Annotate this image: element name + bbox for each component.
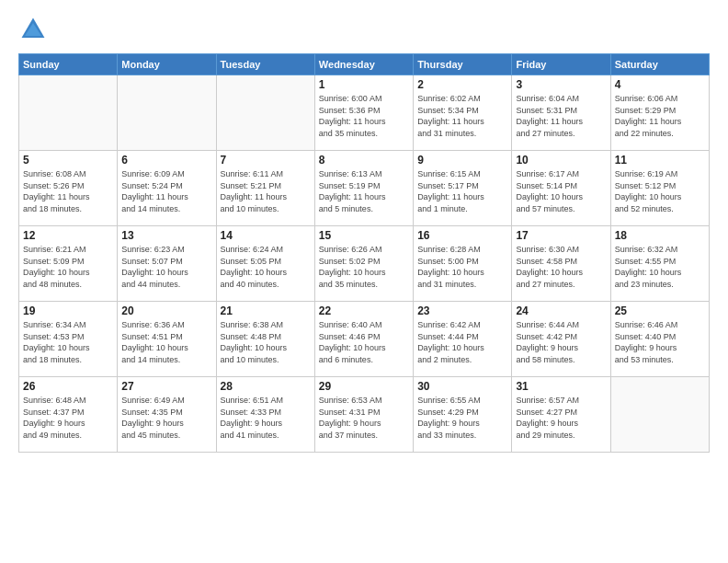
day-number: 15: [319, 229, 409, 242]
day-number: 29: [319, 380, 409, 393]
day-info: Sunrise: 6:17 AM Sunset: 5:14 PM Dayligh…: [516, 168, 606, 214]
day-info: Sunrise: 6:49 AM Sunset: 4:35 PM Dayligh…: [121, 395, 211, 441]
day-info: Sunrise: 6:02 AM Sunset: 5:34 PM Dayligh…: [417, 93, 507, 139]
weekday-header-sunday: Sunday: [19, 54, 118, 75]
day-number: 5: [23, 154, 113, 167]
page: SundayMondayTuesdayWednesdayThursdayFrid…: [0, 0, 728, 563]
day-cell: 17Sunrise: 6:30 AM Sunset: 4:58 PM Dayli…: [512, 226, 610, 302]
day-cell: [19, 75, 118, 151]
header: [18, 15, 710, 44]
day-number: 27: [121, 380, 211, 393]
day-cell: 9Sunrise: 6:15 AM Sunset: 5:17 PM Daylig…: [414, 151, 512, 226]
day-number: 19: [23, 304, 113, 317]
day-number: 25: [615, 304, 705, 317]
day-cell: 5Sunrise: 6:08 AM Sunset: 5:26 PM Daylig…: [19, 151, 118, 226]
day-cell: 24Sunrise: 6:44 AM Sunset: 4:42 PM Dayli…: [512, 302, 610, 377]
weekday-header-friday: Friday: [512, 54, 610, 75]
day-cell: 27Sunrise: 6:49 AM Sunset: 4:35 PM Dayli…: [118, 377, 216, 453]
day-info: Sunrise: 6:40 AM Sunset: 4:46 PM Dayligh…: [319, 319, 409, 365]
day-cell: 29Sunrise: 6:53 AM Sunset: 4:31 PM Dayli…: [314, 377, 413, 453]
weekday-header-wednesday: Wednesday: [314, 54, 413, 75]
day-cell: 20Sunrise: 6:36 AM Sunset: 4:51 PM Dayli…: [118, 302, 216, 377]
day-number: 18: [615, 229, 705, 242]
day-info: Sunrise: 6:32 AM Sunset: 4:55 PM Dayligh…: [615, 244, 705, 290]
day-number: 21: [221, 304, 311, 317]
day-number: 23: [417, 304, 507, 317]
day-number: 8: [319, 154, 409, 167]
day-info: Sunrise: 6:26 AM Sunset: 5:02 PM Dayligh…: [319, 244, 409, 290]
day-cell: 16Sunrise: 6:28 AM Sunset: 5:00 PM Dayli…: [414, 226, 512, 302]
day-cell: 19Sunrise: 6:34 AM Sunset: 4:53 PM Dayli…: [19, 302, 118, 377]
day-number: 28: [221, 380, 311, 393]
weekday-header-saturday: Saturday: [610, 54, 709, 75]
day-info: Sunrise: 6:42 AM Sunset: 4:44 PM Dayligh…: [417, 319, 507, 365]
week-row-3: 12Sunrise: 6:21 AM Sunset: 5:09 PM Dayli…: [19, 226, 710, 302]
day-number: 24: [516, 304, 606, 317]
day-cell: [610, 377, 709, 453]
day-info: Sunrise: 6:23 AM Sunset: 5:07 PM Dayligh…: [121, 244, 211, 290]
day-info: Sunrise: 6:46 AM Sunset: 4:40 PM Dayligh…: [615, 319, 705, 365]
day-info: Sunrise: 6:53 AM Sunset: 4:31 PM Dayligh…: [319, 395, 409, 441]
day-info: Sunrise: 6:36 AM Sunset: 4:51 PM Dayligh…: [121, 319, 211, 365]
week-row-4: 19Sunrise: 6:34 AM Sunset: 4:53 PM Dayli…: [19, 302, 710, 377]
day-cell: 11Sunrise: 6:19 AM Sunset: 5:12 PM Dayli…: [610, 151, 709, 226]
day-number: 11: [615, 154, 705, 167]
day-info: Sunrise: 6:08 AM Sunset: 5:26 PM Dayligh…: [23, 168, 113, 214]
day-cell: 10Sunrise: 6:17 AM Sunset: 5:14 PM Dayli…: [512, 151, 610, 226]
day-info: Sunrise: 6:04 AM Sunset: 5:31 PM Dayligh…: [516, 93, 606, 139]
day-number: 13: [121, 229, 211, 242]
day-cell: 2Sunrise: 6:02 AM Sunset: 5:34 PM Daylig…: [414, 75, 512, 151]
weekday-header-tuesday: Tuesday: [216, 54, 314, 75]
day-number: 12: [23, 229, 113, 242]
week-row-1: 1Sunrise: 6:00 AM Sunset: 5:36 PM Daylig…: [19, 75, 710, 151]
day-number: 10: [516, 154, 606, 167]
day-info: Sunrise: 6:55 AM Sunset: 4:29 PM Dayligh…: [417, 395, 507, 441]
day-number: 20: [121, 304, 211, 317]
week-row-5: 26Sunrise: 6:48 AM Sunset: 4:37 PM Dayli…: [19, 377, 710, 453]
day-cell: 1Sunrise: 6:00 AM Sunset: 5:36 PM Daylig…: [314, 75, 413, 151]
day-info: Sunrise: 6:09 AM Sunset: 5:24 PM Dayligh…: [121, 168, 211, 214]
logo-icon: [18, 15, 48, 44]
day-info: Sunrise: 6:34 AM Sunset: 4:53 PM Dayligh…: [23, 319, 113, 365]
day-cell: 28Sunrise: 6:51 AM Sunset: 4:33 PM Dayli…: [216, 377, 314, 453]
day-cell: 7Sunrise: 6:11 AM Sunset: 5:21 PM Daylig…: [216, 151, 314, 226]
day-info: Sunrise: 6:44 AM Sunset: 4:42 PM Dayligh…: [516, 319, 606, 365]
day-info: Sunrise: 6:38 AM Sunset: 4:48 PM Dayligh…: [221, 319, 311, 365]
weekday-header-thursday: Thursday: [414, 54, 512, 75]
day-cell: 21Sunrise: 6:38 AM Sunset: 4:48 PM Dayli…: [216, 302, 314, 377]
day-info: Sunrise: 6:57 AM Sunset: 4:27 PM Dayligh…: [516, 395, 606, 441]
day-number: 3: [516, 78, 606, 91]
day-number: 14: [221, 229, 311, 242]
day-number: 26: [23, 380, 113, 393]
weekday-header-monday: Monday: [118, 54, 216, 75]
day-cell: 4Sunrise: 6:06 AM Sunset: 5:29 PM Daylig…: [610, 75, 709, 151]
day-number: 16: [417, 229, 507, 242]
day-cell: 13Sunrise: 6:23 AM Sunset: 5:07 PM Dayli…: [118, 226, 216, 302]
logo: [18, 15, 51, 44]
day-cell: 31Sunrise: 6:57 AM Sunset: 4:27 PM Dayli…: [512, 377, 610, 453]
day-info: Sunrise: 6:19 AM Sunset: 5:12 PM Dayligh…: [615, 168, 705, 214]
day-cell: [216, 75, 314, 151]
day-info: Sunrise: 6:28 AM Sunset: 5:00 PM Dayligh…: [417, 244, 507, 290]
day-cell: [118, 75, 216, 151]
day-cell: 18Sunrise: 6:32 AM Sunset: 4:55 PM Dayli…: [610, 226, 709, 302]
day-info: Sunrise: 6:15 AM Sunset: 5:17 PM Dayligh…: [417, 168, 507, 214]
day-cell: 15Sunrise: 6:26 AM Sunset: 5:02 PM Dayli…: [314, 226, 413, 302]
week-row-2: 5Sunrise: 6:08 AM Sunset: 5:26 PM Daylig…: [19, 151, 710, 226]
day-info: Sunrise: 6:11 AM Sunset: 5:21 PM Dayligh…: [221, 168, 311, 214]
day-info: Sunrise: 6:21 AM Sunset: 5:09 PM Dayligh…: [23, 244, 113, 290]
day-number: 7: [221, 154, 311, 167]
day-cell: 22Sunrise: 6:40 AM Sunset: 4:46 PM Dayli…: [314, 302, 413, 377]
day-number: 1: [319, 78, 409, 91]
day-number: 17: [516, 229, 606, 242]
day-number: 4: [615, 78, 705, 91]
day-cell: 14Sunrise: 6:24 AM Sunset: 5:05 PM Dayli…: [216, 226, 314, 302]
day-number: 22: [319, 304, 409, 317]
day-number: 2: [417, 78, 507, 91]
weekday-header-row: SundayMondayTuesdayWednesdayThursdayFrid…: [19, 54, 710, 75]
day-info: Sunrise: 6:30 AM Sunset: 4:58 PM Dayligh…: [516, 244, 606, 290]
day-cell: 23Sunrise: 6:42 AM Sunset: 4:44 PM Dayli…: [414, 302, 512, 377]
day-info: Sunrise: 6:00 AM Sunset: 5:36 PM Dayligh…: [319, 93, 409, 139]
day-info: Sunrise: 6:06 AM Sunset: 5:29 PM Dayligh…: [615, 93, 705, 139]
day-cell: 3Sunrise: 6:04 AM Sunset: 5:31 PM Daylig…: [512, 75, 610, 151]
